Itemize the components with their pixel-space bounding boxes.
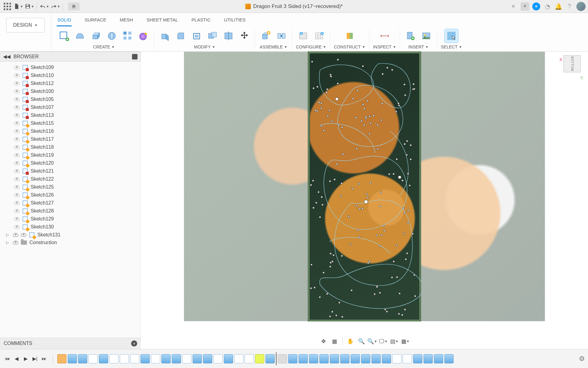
extensions-icon[interactable]: ✦ <box>532 2 540 10</box>
timeline-feature[interactable] <box>413 354 422 363</box>
insert-derive-icon[interactable] <box>404 29 417 43</box>
measure-icon[interactable] <box>378 29 391 43</box>
visibility-toggle-icon[interactable] <box>14 145 20 149</box>
visibility-toggle-icon[interactable] <box>14 121 20 125</box>
emboss-icon[interactable] <box>137 29 150 43</box>
create-sketch-icon[interactable] <box>57 29 71 43</box>
timeline-feature[interactable] <box>89 354 98 363</box>
timeline-feature[interactable] <box>78 354 87 363</box>
visibility-toggle-icon[interactable] <box>14 98 20 101</box>
tree-item-sketch[interactable]: Sketch126 <box>12 191 140 199</box>
app-grid-icon[interactable] <box>2 2 12 11</box>
user-avatar[interactable] <box>576 2 586 11</box>
timeline-feature[interactable] <box>330 354 339 363</box>
construct-plane-icon[interactable] <box>343 29 356 43</box>
viewcube-face[interactable]: BOTTOM <box>564 55 581 72</box>
timeline-play-icon[interactable]: ▶ <box>21 355 30 363</box>
visibility-toggle-icon[interactable] <box>14 113 20 117</box>
tree-item-sketch[interactable]: Sketch130 <box>12 223 140 231</box>
timeline-feature[interactable] <box>403 354 412 363</box>
browser-collapse-icon[interactable]: ◀◀ <box>3 54 10 59</box>
timeline-feature[interactable] <box>278 354 287 363</box>
visibility-toggle-icon[interactable] <box>14 225 20 229</box>
tree-item-sketch[interactable]: Sketch121 <box>12 167 140 175</box>
tree-item-sketch[interactable]: Sketch128 <box>12 207 140 215</box>
timeline-feature[interactable] <box>193 354 202 363</box>
undo-icon[interactable]: ▼ <box>40 2 49 11</box>
timeline-feature[interactable] <box>340 354 349 363</box>
visibility-toggle-icon[interactable] <box>14 209 20 213</box>
notifications-icon[interactable]: 🔔 <box>554 2 562 10</box>
timeline-end-icon[interactable]: ⏭ <box>40 355 48 363</box>
timeline-feature[interactable] <box>434 354 443 363</box>
tab-utilities[interactable]: UTILITIES <box>224 16 246 26</box>
timeline-feature[interactable] <box>361 354 370 363</box>
timeline-step-fwd-icon[interactable]: ▶| <box>31 355 39 363</box>
visibility-toggle-icon[interactable] <box>14 177 20 181</box>
visibility-toggle-icon[interactable] <box>14 185 20 189</box>
press-pull-icon[interactable] <box>158 29 172 43</box>
workspace-switcher[interactable]: DESIGN▼ <box>6 18 45 33</box>
timeline-items[interactable] <box>57 352 576 365</box>
extrude-icon[interactable] <box>89 29 103 43</box>
timeline-feature[interactable] <box>161 354 171 363</box>
timeline-feature[interactable] <box>57 354 66 363</box>
viewcube[interactable]: X BOTTOM Y <box>564 55 582 74</box>
tree-item-sketch[interactable]: Sketch119 <box>12 151 140 159</box>
tree-item-sketch[interactable]: Sketch109 <box>12 63 140 71</box>
visibility-toggle-icon[interactable] <box>14 74 20 77</box>
revolve-icon[interactable] <box>105 29 119 43</box>
timeline-feature[interactable] <box>68 354 77 363</box>
new-tab-button[interactable]: + <box>521 2 529 11</box>
visibility-toggle-icon[interactable] <box>14 66 20 69</box>
tree-item-sketch[interactable]: Sketch129 <box>12 215 140 223</box>
tree-item-sketch[interactable]: Sketch113 <box>12 111 140 119</box>
help-icon[interactable]: ? <box>565 2 573 10</box>
visibility-toggle-icon[interactable] <box>21 233 26 237</box>
timeline-feature[interactable] <box>120 354 129 363</box>
pan-icon[interactable]: ✋ <box>346 337 355 345</box>
comments-panel-header[interactable]: COMMENTS + <box>0 338 141 349</box>
timeline-feature[interactable] <box>319 354 329 363</box>
visibility-toggle-icon[interactable] <box>13 233 18 237</box>
fillet-icon[interactable] <box>174 29 187 43</box>
tree-item-sketch[interactable]: Sketch118 <box>12 143 140 151</box>
tree-item-sketch[interactable]: Sketch125 <box>12 183 140 191</box>
redo-icon[interactable]: ▼ <box>51 2 60 11</box>
file-menu-icon[interactable]: ▼ <box>13 2 23 11</box>
close-tab-icon[interactable]: × <box>509 2 518 11</box>
insert-canvas-icon[interactable] <box>420 29 433 43</box>
timeline-start-icon[interactable]: ⏮ <box>3 355 12 363</box>
tab-sheet-metal[interactable]: SHEET METAL <box>146 16 179 26</box>
timeline-feature[interactable] <box>371 354 381 363</box>
timeline-feature[interactable] <box>444 354 454 363</box>
home-tab[interactable] <box>68 2 80 10</box>
tree-item-sketch[interactable]: Sketch107 <box>12 103 140 111</box>
visibility-toggle-icon[interactable] <box>14 105 20 109</box>
browser-minimize-icon[interactable] <box>132 54 138 59</box>
shell-icon[interactable] <box>190 29 203 43</box>
canvas[interactable]: X BOTTOM Y ✥ ▦ ✋ 🔍 🔍▼ 🖵▼ ▤▼ ▦▼ <box>141 52 588 349</box>
timeline-feature[interactable] <box>234 354 243 363</box>
zoom-window-icon[interactable]: 🔍▼ <box>368 337 377 345</box>
timeline-feature[interactable] <box>224 354 233 363</box>
timeline-feature[interactable] <box>109 354 119 363</box>
visibility-toggle-icon[interactable] <box>14 129 20 133</box>
tab-plastic[interactable]: PLASTIC <box>191 16 211 26</box>
display-settings-icon[interactable]: 🖵▼ <box>379 337 388 345</box>
tab-mesh[interactable]: MESH <box>119 16 134 26</box>
timeline-step-back-icon[interactable]: ◀ <box>12 355 21 363</box>
timeline-feature[interactable] <box>99 354 108 363</box>
timeline-feature[interactable] <box>309 354 318 363</box>
save-icon[interactable]: ▼ <box>24 2 34 11</box>
visibility-toggle-icon[interactable] <box>14 90 20 93</box>
zoom-icon[interactable]: 🔍 <box>357 337 366 345</box>
timeline-feature[interactable] <box>182 354 191 363</box>
tree-expander-icon[interactable]: ▷ <box>6 240 9 245</box>
split-icon[interactable] <box>222 29 235 43</box>
visibility-toggle-icon[interactable] <box>13 241 18 244</box>
combine-icon[interactable] <box>206 29 219 43</box>
timeline-feature[interactable] <box>382 354 391 363</box>
tree-item-sketch[interactable]: Sketch110 <box>12 71 140 79</box>
config-icon[interactable] <box>296 29 310 43</box>
